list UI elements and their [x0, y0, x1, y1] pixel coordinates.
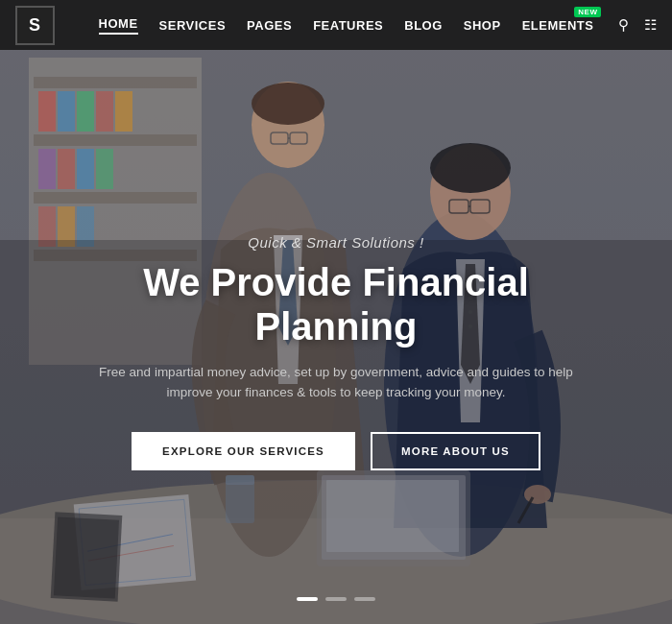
- navbar: S HOME SERVICES PAGES FEATURES BLOG SHOP…: [0, 0, 672, 50]
- nav-link-home[interactable]: HOME: [99, 16, 138, 35]
- hero-section: S HOME SERVICES PAGES FEATURES BLOG SHOP…: [0, 0, 672, 624]
- dot-2[interactable]: [325, 597, 347, 601]
- new-badge: NEW: [574, 7, 601, 17]
- hero-buttons: EXPLORE OUR SERVICES MORE ABOUT US: [58, 432, 614, 470]
- cart-icon[interactable]: ☷: [644, 16, 657, 34]
- dot-3[interactable]: [354, 597, 375, 601]
- nav-link-pages[interactable]: PAGES: [247, 18, 292, 33]
- explore-services-button[interactable]: EXPLORE OUR SERVICES: [132, 432, 355, 470]
- hero-description: Free and impartial money advice, set up …: [86, 362, 586, 403]
- nav-link-features[interactable]: FEATURES: [313, 18, 383, 33]
- nav-link-elements[interactable]: ELEMENTS: [522, 18, 594, 33]
- hero-dots: [297, 597, 375, 601]
- hero-tagline: Quick & Smart Solutions !: [58, 234, 614, 251]
- nav-link-elements-wrapper: ELEMENTS NEW: [522, 16, 594, 34]
- nav-link-blog[interactable]: BLOG: [404, 18, 443, 33]
- nav-icons: ⚲ ☷: [618, 16, 657, 34]
- search-icon[interactable]: ⚲: [618, 16, 629, 34]
- hero-title: We Provide Financial Planning: [58, 260, 614, 348]
- nav-links: HOME SERVICES PAGES FEATURES BLOG SHOP E…: [74, 16, 618, 35]
- more-about-us-button[interactable]: MORE ABOUT US: [371, 432, 540, 470]
- nav-link-shop[interactable]: SHOP: [464, 18, 501, 33]
- hero-content: Quick & Smart Solutions ! We Provide Fin…: [0, 234, 672, 470]
- nav-logo[interactable]: S: [15, 6, 55, 45]
- nav-link-services[interactable]: SERVICES: [159, 18, 227, 33]
- dot-1[interactable]: [297, 597, 318, 601]
